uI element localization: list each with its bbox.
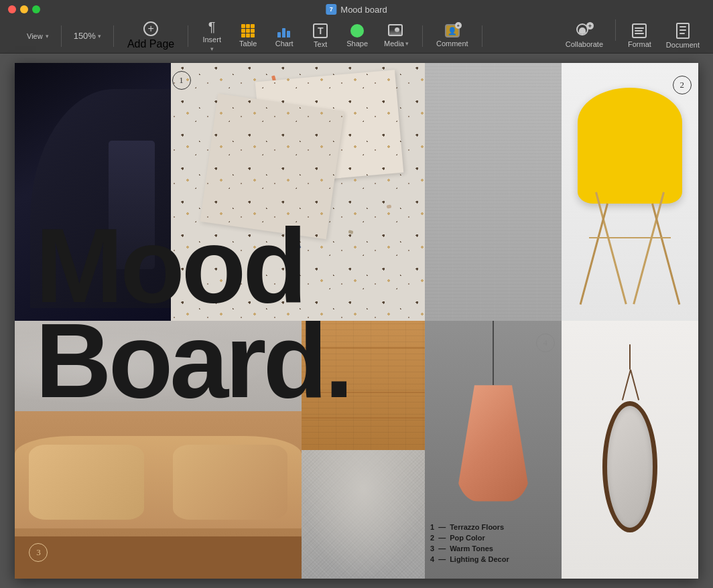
collaborate-button[interactable]: + Collaborate (559, 19, 610, 52)
yellow-chair-photo: 2 (562, 63, 698, 321)
media-icon (388, 24, 404, 38)
collaborate-icon: + (576, 23, 592, 38)
text-icon: T (313, 23, 328, 38)
shape-icon (350, 24, 364, 38)
table-button[interactable]: Table (231, 21, 265, 51)
close-button[interactable] (8, 5, 16, 13)
mirror-photo (562, 321, 698, 579)
caption-2: 2 — Pop Color (430, 534, 556, 542)
format-button[interactable]: Format (621, 19, 658, 52)
page-number-1: 1 (172, 71, 191, 90)
caption-1: 1 — Terrazzo Floors (430, 523, 556, 531)
chart-icon (277, 24, 291, 38)
separator-2 (113, 25, 114, 47)
media-label: Media▾ (384, 40, 409, 48)
maximize-button[interactable] (32, 5, 40, 13)
camel-sofa-photo: 3 (15, 411, 302, 579)
view-button[interactable]: View ▾ (7, 28, 54, 44)
minimize-button[interactable] (20, 5, 28, 13)
plus-icon: + (143, 21, 158, 36)
comment-button[interactable]: 👤 + Comment (430, 21, 475, 51)
text-button[interactable]: T Text (304, 20, 337, 52)
text-label: Text (314, 40, 327, 48)
toolbar-right: + Collaborate Format Document (559, 19, 706, 52)
caption-3: 3 — Warm Tones (430, 544, 556, 553)
view-label: View (27, 32, 43, 40)
media-button[interactable]: Media▾ (377, 21, 415, 51)
fur-photo (302, 450, 425, 579)
comment-icon: 👤 + (445, 24, 460, 38)
document-icon (676, 23, 690, 39)
canvas-area: 2 3 (0, 54, 713, 588)
view-icon (12, 31, 24, 41)
format-label: Format (628, 40, 651, 48)
window-title: 7 Mood board (326, 4, 387, 15)
quadrant-top-right: 2 (425, 63, 698, 321)
format-icon (632, 23, 647, 38)
traffic-lights (8, 5, 40, 13)
page-container: 2 3 (15, 63, 698, 579)
toolbar: View ▾ 150% ▾ + Add Page ¶ Insert ▾ Tabl… (0, 19, 713, 54)
concrete-photo (425, 63, 562, 321)
add-page-label: Add Page (127, 38, 174, 50)
app-icon: 7 (326, 4, 336, 15)
caption-area: 1 — Terrazzo Floors 2 — Pop Color 3 — Wa… (425, 523, 562, 566)
mood-board-title: Mood Board. (36, 218, 350, 408)
separator-1 (61, 25, 62, 47)
table-label: Table (239, 40, 257, 48)
page-number-4: 4 (536, 334, 555, 352)
separator-6 (615, 19, 616, 41)
collaborate-label: Collaborate (566, 40, 603, 48)
shape-label: Shape (346, 40, 368, 48)
table-icon (241, 24, 255, 38)
separator-4 (422, 25, 423, 47)
page-number-2: 2 (673, 76, 692, 94)
zoom-button[interactable]: 150% ▾ (68, 27, 107, 44)
chart-button[interactable]: Chart (267, 21, 301, 51)
caption-4: 4 — Lighting & Decor (430, 555, 556, 563)
separator-3 (188, 25, 188, 47)
zoom-value: 150% (74, 31, 96, 41)
shape-button[interactable]: Shape (340, 21, 375, 51)
title-bar: 7 Mood board (0, 0, 713, 19)
quadrant-bottom-right: 4 1 — Terrazzo Floors 2 — Pop Color 3 — … (425, 321, 698, 579)
document-label: Document (666, 41, 700, 49)
chart-label: Chart (275, 40, 294, 48)
comment-label: Comment (436, 40, 468, 48)
insert-button[interactable]: ¶ Insert ▾ (195, 17, 229, 56)
document-button[interactable]: Document (659, 19, 706, 52)
window-title-text: Mood board (340, 5, 387, 15)
add-page-button[interactable]: + Add Page (121, 18, 181, 54)
separator-5 (482, 25, 482, 47)
insert-label: Insert (202, 35, 221, 44)
